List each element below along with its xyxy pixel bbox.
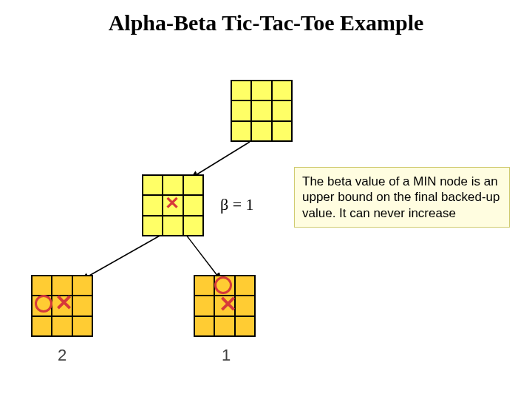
board-cell	[251, 81, 271, 100]
board-cell	[32, 316, 52, 336]
beta-label: β = 1	[220, 195, 254, 214]
board-cell	[52, 316, 72, 336]
mark-x: ✕	[55, 292, 73, 314]
mark-x: ✕	[219, 293, 237, 316]
board-cell	[235, 316, 255, 336]
leaf-value-right: 1	[222, 346, 231, 365]
board-cell	[272, 100, 292, 120]
svg-line-2	[186, 235, 220, 279]
board-cell	[272, 81, 292, 100]
board-cell	[235, 276, 255, 296]
board-cell	[163, 216, 183, 236]
board-cell	[32, 276, 52, 296]
board-cell: ✕	[163, 195, 183, 215]
svg-line-1	[83, 235, 161, 279]
board-cell	[183, 175, 203, 195]
leaf-value-left: 2	[58, 346, 66, 365]
board-cell	[143, 195, 163, 215]
board-cell	[231, 100, 251, 120]
board-mid: ✕	[142, 174, 204, 236]
board-cell	[231, 121, 251, 141]
mark-x: ✕	[165, 194, 180, 212]
board-cell	[214, 316, 234, 336]
board-cell	[272, 121, 292, 141]
board-cell	[72, 296, 92, 316]
board-cell	[251, 100, 271, 120]
board-cell	[143, 175, 163, 195]
board-cell	[235, 296, 255, 316]
board-cell	[251, 121, 271, 141]
board-cell	[231, 81, 251, 100]
svg-line-0	[192, 142, 250, 177]
board-cell	[72, 276, 92, 296]
board-cell	[194, 296, 214, 316]
board-cell	[143, 216, 163, 236]
explain-box: The beta value of a MIN node is an upper…	[294, 167, 510, 228]
board-cell	[163, 175, 183, 195]
board-cell	[72, 316, 92, 336]
board-root	[231, 80, 293, 142]
slide-title: Alpha-Beta Tic-Tac-Toe Example	[0, 10, 532, 35]
board-cell	[194, 276, 214, 296]
mark-o	[35, 295, 52, 313]
board-cell	[183, 195, 203, 215]
board-cell	[194, 316, 214, 336]
board-cell	[183, 216, 203, 236]
